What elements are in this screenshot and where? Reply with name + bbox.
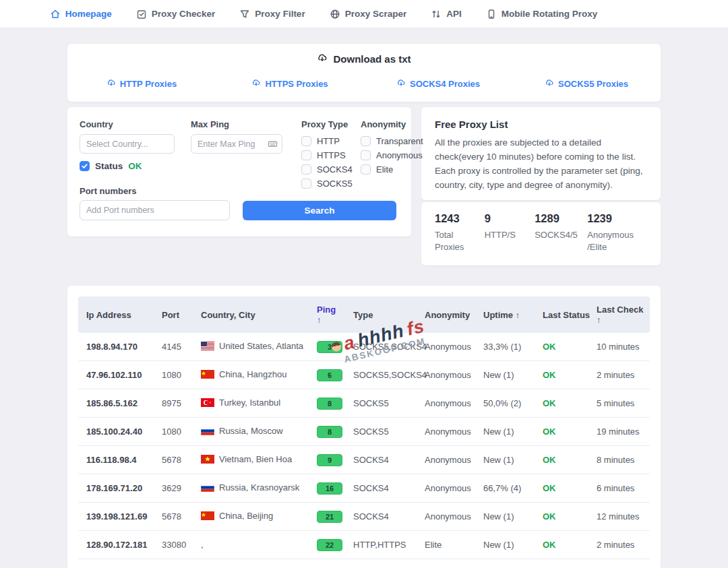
proxy-table-card: Ip AddressPortCountry, CityPing↑TypeAnon… <box>67 286 661 568</box>
proxy-type-checkbox-box[interactable] <box>301 164 311 175</box>
anonymity-checkbox-anonymous[interactable]: Anonymous <box>361 150 423 161</box>
proxy-type-checkbox-box[interactable] <box>301 179 311 189</box>
download-link-socks4-proxies[interactable]: SOCKS4 Proxies <box>364 78 512 90</box>
proxy-type-checkbox-box[interactable] <box>301 136 311 146</box>
nav-item-homepage[interactable]: Homepage <box>50 9 112 20</box>
cell-ping: 16 <box>317 482 353 495</box>
col-header-uptime[interactable]: Uptime ↑ <box>483 310 543 320</box>
cell-uptime: New (1) <box>483 455 543 465</box>
stat-label: SOCKS4/5 <box>535 229 575 241</box>
status-label: Status <box>95 161 123 171</box>
cell-uptime: New (1) <box>483 370 543 380</box>
cell-type: SOCKS5,SOCKS4 <box>353 370 425 380</box>
mobile-icon <box>486 9 497 20</box>
anonymity-checkbox-elite[interactable]: Elite <box>361 164 423 175</box>
table-row: 185.100.24.401080Russia, Moscow8SOCKS5An… <box>78 418 650 446</box>
anonymity-checkbox-transparent[interactable]: Transparent <box>361 135 423 147</box>
proxy-type-checkbox-label: SOCKS4 <box>317 164 353 175</box>
cell-uptime: New (1) <box>483 427 543 437</box>
proxy-type-checkbox-box[interactable] <box>301 150 311 160</box>
status-ok-checkbox-row[interactable]: Status OK <box>80 161 142 171</box>
anonymity-checkbox-label: Transparent <box>376 136 423 146</box>
country-city-label: Turkey, Istanbul <box>219 398 280 408</box>
nav-items: HomepageProxy CheckerProxy FilterProxy S… <box>50 9 597 20</box>
cell-anonymity: Anonymous <box>425 370 483 380</box>
cell-last-check: 6 minutes <box>597 483 650 493</box>
cloud-download-icon <box>396 78 406 90</box>
max-ping-input-wrap <box>191 134 282 154</box>
proxy-type-checkbox-label: SOCKS5 <box>317 179 353 189</box>
anonymity-checkbox-box[interactable] <box>361 150 371 160</box>
cell-port: 8975 <box>162 398 201 408</box>
proxy-type-label: Proxy Type <box>301 119 348 129</box>
cell-port: 1080 <box>162 427 201 437</box>
download-link-label: HTTP Proxies <box>120 79 177 89</box>
cell-last-check: 10 minutes <box>597 342 650 352</box>
col-header-last-check[interactable]: Last Check↑ <box>597 305 650 325</box>
nav-item-mobile-rotating-proxy[interactable]: Mobile Rotating Proxy <box>486 9 598 20</box>
proxy-type-checkbox-socks4[interactable]: SOCKS4 <box>301 164 353 175</box>
flag-vn-icon <box>201 455 214 466</box>
cell-port: 3629 <box>162 483 201 493</box>
nav-item-proxy-checker[interactable]: Proxy Checker <box>136 9 216 20</box>
col-header-label: Anonymity <box>425 310 470 320</box>
ping-badge: 21 <box>317 511 342 523</box>
cell-last-check: 2 minutes <box>597 540 650 550</box>
nav-item-api[interactable]: API <box>431 9 462 20</box>
ping-badge: 9 <box>317 454 342 466</box>
sort-arrow-icon[interactable]: ↑ <box>597 315 647 325</box>
sort-arrow-icon[interactable]: ↑ <box>317 315 351 325</box>
proxy-type-checkbox-https[interactable]: HTTPS <box>301 150 353 161</box>
cell-ip-address: 116.118.98.4 <box>78 455 162 465</box>
cell-last-check: 19 minutes <box>597 427 650 437</box>
download-link-label: SOCKS4 Proxies <box>410 79 480 89</box>
nav-item-proxy-filter[interactable]: Proxy Filter <box>239 9 305 20</box>
search-button[interactable]: Search <box>243 201 396 220</box>
status-ok-value: OK <box>128 161 142 171</box>
stat-label: HTTP/S <box>485 229 525 241</box>
country-city-label: Russia, Moscow <box>219 426 283 436</box>
country-city-label: United States, Atlanta <box>219 341 303 351</box>
cell-anonymity: Anonymous <box>425 398 483 408</box>
cell-country-city: China, Beijing <box>201 511 317 522</box>
download-link-https-proxies[interactable]: HTTPS Proxies <box>216 78 364 90</box>
table-row: 116.118.98.45678Vietnam, Bien Hoa9SOCKS4… <box>78 446 650 474</box>
stat-http-s: 9HTTP/S <box>485 212 535 255</box>
table-row: 47.96.102.1101080China, Hangzhou6SOCKS5,… <box>78 361 650 389</box>
cell-port: 4145 <box>162 342 201 352</box>
anonymity-checkbox-box[interactable] <box>361 136 371 146</box>
cell-last-check: 8 minutes <box>597 455 650 465</box>
download-link-label: SOCKS5 Proxies <box>558 79 628 89</box>
col-header-label: Last Status <box>543 310 590 320</box>
proxy-type-checkbox-label: HTTP <box>317 136 340 146</box>
col-header-anonymity: Anonymity <box>425 310 483 320</box>
cell-country-city: United States, Atlanta <box>201 341 317 352</box>
ping-badge: 6 <box>317 369 342 381</box>
sort-arrow-icon[interactable]: ↑ <box>513 310 520 320</box>
cell-ping: 22 <box>317 539 353 551</box>
download-link-http-proxies[interactable]: HTTP Proxies <box>67 78 216 90</box>
proxy-type-checkbox-socks5[interactable]: SOCKS5 <box>301 178 353 189</box>
col-header-ping[interactable]: Ping↑ <box>317 305 353 325</box>
cell-type: SOCKS5,SOCKS4 <box>353 342 425 352</box>
nav-item-label: API <box>446 9 462 19</box>
country-select-input[interactable] <box>80 134 175 154</box>
anonymity-checkbox-box[interactable] <box>361 164 371 175</box>
flag-tr-icon <box>201 398 214 409</box>
cell-country-city: Vietnam, Bien Hoa <box>201 454 317 466</box>
proxy-type-checkbox-http[interactable]: HTTP <box>301 135 353 147</box>
cell-type: HTTP,HTTPS <box>353 540 425 550</box>
cell-type: SOCKS4 <box>353 483 425 493</box>
cell-last-status: OK <box>543 370 597 380</box>
cell-country-city: Turkey, Istanbul <box>201 398 317 409</box>
download-link-socks5-proxies[interactable]: SOCKS5 Proxies <box>512 78 661 90</box>
cell-last-status: OK <box>543 483 597 493</box>
table-row: 139.198.121.695678China, Beijing21SOCKS4… <box>78 503 650 531</box>
cell-type: SOCKS5 <box>353 427 425 437</box>
cell-type: SOCKS4 <box>353 455 425 465</box>
port-numbers-input[interactable] <box>80 200 230 220</box>
cell-anonymity: Anonymous <box>425 483 483 493</box>
status-checkbox[interactable] <box>80 161 90 171</box>
nav-item-proxy-scraper[interactable]: Proxy Scraper <box>330 9 407 20</box>
home-icon <box>50 9 61 20</box>
